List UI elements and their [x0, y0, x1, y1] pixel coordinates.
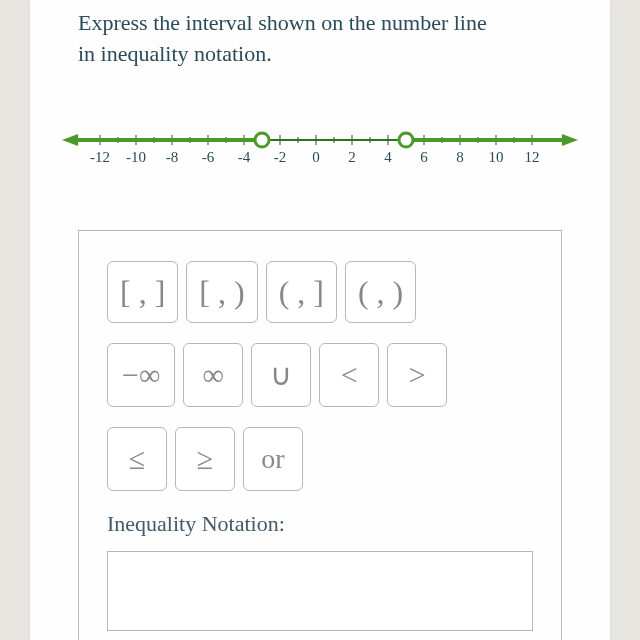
- less-eq-button[interactable]: ≤: [107, 427, 167, 491]
- tick-label: 6: [420, 149, 428, 165]
- card: Express the interval shown on the number…: [30, 0, 610, 640]
- less-than-button[interactable]: <: [319, 343, 379, 407]
- tick-label: 4: [384, 149, 392, 165]
- tick-label: -10: [126, 149, 146, 165]
- greater-eq-button[interactable]: ≥: [175, 427, 235, 491]
- inequality-notation-label: Inequality Notation:: [107, 511, 533, 537]
- inequality-notation-input[interactable]: [107, 551, 533, 631]
- question-prompt: Express the interval shown on the number…: [30, 0, 550, 70]
- button-row-2: −∞ ∞ ∪ < >: [107, 343, 533, 407]
- bracket-closed-open-button[interactable]: [ , ): [186, 261, 257, 323]
- tick-label: 10: [489, 149, 504, 165]
- number-line: -12 -10 -8 -6 -4 -2 0 2 4 6 8 10 12: [60, 110, 580, 190]
- tick-label: -12: [90, 149, 110, 165]
- neg-infinity-button[interactable]: −∞: [107, 343, 175, 407]
- tick-label: 12: [525, 149, 540, 165]
- tick-label: -4: [238, 149, 251, 165]
- tick-label: -2: [274, 149, 287, 165]
- answer-panel: [ , ] [ , ) ( , ] ( , ) −∞ ∞ ∪ < > ≤ ≥ o…: [78, 230, 562, 640]
- bracket-open-closed-button[interactable]: ( , ]: [266, 261, 337, 323]
- greater-than-button[interactable]: >: [387, 343, 447, 407]
- button-row-1: [ , ] [ , ) ( , ] ( , ): [107, 261, 533, 323]
- tick-label: 8: [456, 149, 464, 165]
- bracket-open-open-button[interactable]: ( , ): [345, 261, 416, 323]
- or-button[interactable]: or: [243, 427, 303, 491]
- tick-label: -8: [166, 149, 179, 165]
- bracket-closed-closed-button[interactable]: [ , ]: [107, 261, 178, 323]
- tick-label: 2: [348, 149, 356, 165]
- union-button[interactable]: ∪: [251, 343, 311, 407]
- button-row-3: ≤ ≥ or: [107, 427, 533, 491]
- tick-labels: -12 -10 -8 -6 -4 -2 0 2 4 6 8 10 12: [90, 149, 540, 165]
- infinity-button[interactable]: ∞: [183, 343, 243, 407]
- open-point-right: [399, 133, 413, 147]
- tick-label: 0: [312, 149, 320, 165]
- open-point-left: [255, 133, 269, 147]
- number-line-svg: -12 -10 -8 -6 -4 -2 0 2 4 6 8 10 12: [60, 110, 580, 190]
- tick-label: -6: [202, 149, 215, 165]
